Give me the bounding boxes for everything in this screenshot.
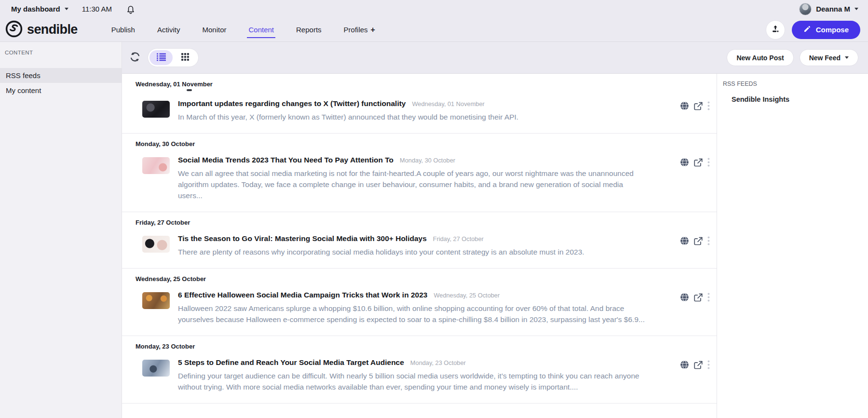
open-source-button[interactable] bbox=[680, 360, 689, 371]
avatar bbox=[799, 3, 812, 15]
feed-date-group: Wednesday, 01 November Important updates… bbox=[122, 74, 717, 134]
share-button[interactable] bbox=[693, 236, 703, 247]
article-thumbnail[interactable] bbox=[142, 236, 170, 253]
kebab-menu-icon bbox=[707, 101, 710, 112]
article-title[interactable]: Social Media Trends 2023 That You Need T… bbox=[178, 156, 393, 164]
grid-view-button[interactable] bbox=[174, 50, 197, 65]
rss-feed-item-sendible-insights[interactable]: Sendible Insights bbox=[722, 95, 863, 103]
new-auto-post-button[interactable]: New Auto Post bbox=[727, 49, 793, 66]
open-source-button[interactable] bbox=[680, 236, 689, 247]
article-title[interactable]: 5 Steps to Define and Reach Your Social … bbox=[178, 358, 404, 367]
article-date: Wednesday, 01 November bbox=[412, 100, 485, 108]
globe-icon bbox=[680, 360, 689, 371]
upload-icon bbox=[771, 24, 780, 35]
open-source-button[interactable] bbox=[680, 101, 689, 112]
compose-button[interactable]: Compose bbox=[792, 21, 860, 39]
nav-bar: sendible PublishActivityMonitorContentRe… bbox=[0, 18, 868, 41]
share-button[interactable] bbox=[693, 293, 703, 303]
nav-tab-monitor[interactable]: Monitor bbox=[202, 18, 226, 41]
article-title[interactable]: Important updates regarding changes to X… bbox=[178, 99, 406, 108]
date-group-articles: Important updates regarding changes to X… bbox=[122, 99, 717, 122]
nav-tab-label: Reports bbox=[296, 26, 322, 34]
brand-logo[interactable]: sendible bbox=[5, 20, 78, 40]
more-options-button[interactable] bbox=[707, 101, 710, 112]
nav-tab-label: Activity bbox=[157, 26, 180, 34]
date-header: Monday, 23 October bbox=[136, 343, 717, 350]
sidebar-item-my-content[interactable]: My content bbox=[0, 83, 122, 98]
chevron-down-icon bbox=[845, 56, 849, 59]
article-excerpt: Defining your target audience can be dif… bbox=[178, 370, 646, 392]
share-button[interactable] bbox=[693, 158, 703, 168]
article-body: Social Media Trends 2023 That You Need T… bbox=[178, 156, 646, 201]
article-excerpt: In March of this year, X (formerly known… bbox=[178, 111, 518, 122]
refresh-button[interactable] bbox=[129, 51, 141, 65]
share-button[interactable] bbox=[693, 360, 703, 371]
notifications-bell-icon[interactable] bbox=[125, 4, 136, 14]
nav-tab-reports[interactable]: Reports bbox=[296, 18, 322, 41]
list-view-button[interactable] bbox=[149, 50, 173, 65]
article-thumbnail[interactable] bbox=[142, 360, 170, 377]
new-auto-post-label: New Auto Post bbox=[736, 54, 784, 62]
chevron-down-icon bbox=[854, 8, 858, 10]
nav-tab-label: Content bbox=[248, 26, 274, 34]
dashboard-selector[interactable]: My dashboard bbox=[11, 5, 68, 13]
main-nav: PublishActivityMonitorContentReportsProf… bbox=[111, 18, 375, 41]
date-group-articles: Social Media Trends 2023 That You Need T… bbox=[122, 156, 717, 201]
article-body: 5 Steps to Define and Reach Your Social … bbox=[178, 358, 646, 392]
feed-date-group: Monday, 30 October Social Media Trends 2… bbox=[122, 134, 717, 212]
article-actions bbox=[680, 99, 710, 112]
more-options-button[interactable] bbox=[707, 293, 710, 303]
date-group-articles: 5 Steps to Define and Reach Your Social … bbox=[122, 358, 717, 392]
article-body: Tis the Season to Go Viral: Mastering So… bbox=[178, 234, 584, 257]
article-row: Social Media Trends 2023 That You Need T… bbox=[122, 156, 717, 201]
open-source-button[interactable] bbox=[680, 293, 689, 303]
share-icon bbox=[693, 360, 703, 371]
article-thumbnail[interactable] bbox=[142, 101, 170, 118]
sidebar: CONTENT RSS feedsMy content bbox=[0, 42, 122, 418]
article-excerpt: There are plenty of reasons why incorpor… bbox=[178, 246, 584, 257]
grid-view-icon bbox=[181, 53, 189, 62]
sidebar-item-rss-feeds[interactable]: RSS feeds bbox=[0, 68, 122, 83]
more-options-button[interactable] bbox=[707, 360, 710, 371]
date-header: Wednesday, 25 October bbox=[136, 275, 717, 283]
sidebar-section-title: CONTENT bbox=[0, 50, 122, 55]
article-row: Tis the Season to Go Viral: Mastering So… bbox=[122, 234, 717, 257]
article-thumbnail[interactable] bbox=[142, 292, 170, 309]
article-thumbnail[interactable] bbox=[142, 157, 170, 174]
article-title[interactable]: 6 Effective Halloween Social Media Campa… bbox=[178, 291, 427, 299]
article-body: Important updates regarding changes to X… bbox=[178, 99, 518, 122]
open-source-button[interactable] bbox=[680, 158, 689, 168]
brand-wordmark: sendible bbox=[27, 22, 78, 37]
globe-icon bbox=[680, 293, 689, 303]
compose-label: Compose bbox=[816, 26, 849, 34]
nav-tab-label: Publish bbox=[111, 26, 135, 34]
article-date: Monday, 30 October bbox=[400, 157, 455, 164]
upload-button[interactable] bbox=[766, 20, 785, 40]
nav-tab-label: Profiles bbox=[344, 26, 368, 34]
nav-tab-activity[interactable]: Activity bbox=[157, 18, 180, 41]
nav-tab-content[interactable]: Content bbox=[248, 18, 274, 41]
date-header: Monday, 30 October bbox=[136, 140, 717, 148]
user-menu[interactable]: Deanna M bbox=[799, 3, 858, 15]
more-options-button[interactable] bbox=[707, 236, 710, 247]
globe-icon bbox=[680, 236, 689, 247]
toolbar: New Auto Post New Feed bbox=[122, 42, 868, 73]
user-name: Deanna M bbox=[816, 5, 850, 13]
date-group-articles: Tis the Season to Go Viral: Mastering So… bbox=[122, 234, 717, 257]
article-feed: Wednesday, 01 November Important updates… bbox=[122, 74, 717, 418]
nav-tab-label: Monitor bbox=[202, 26, 226, 34]
nav-tab-profiles[interactable]: Profiles+ bbox=[344, 18, 375, 41]
share-icon bbox=[693, 158, 703, 168]
sidebar-items: RSS feedsMy content bbox=[0, 68, 122, 98]
new-feed-button[interactable]: New Feed bbox=[800, 49, 858, 66]
clock-time: 11:30 AM bbox=[82, 5, 112, 13]
more-options-button[interactable] bbox=[707, 158, 710, 168]
share-button[interactable] bbox=[693, 101, 703, 112]
feed-date-group: Monday, 23 October 5 Steps to Define and… bbox=[122, 336, 717, 404]
article-title[interactable]: Tis the Season to Go Viral: Mastering So… bbox=[178, 234, 427, 243]
date-header: Wednesday, 01 November bbox=[136, 81, 717, 88]
date-group-articles: 6 Effective Halloween Social Media Campa… bbox=[122, 291, 717, 325]
article-date: Wednesday, 25 October bbox=[434, 292, 500, 299]
kebab-menu-icon bbox=[707, 236, 710, 247]
nav-tab-publish[interactable]: Publish bbox=[111, 18, 135, 41]
